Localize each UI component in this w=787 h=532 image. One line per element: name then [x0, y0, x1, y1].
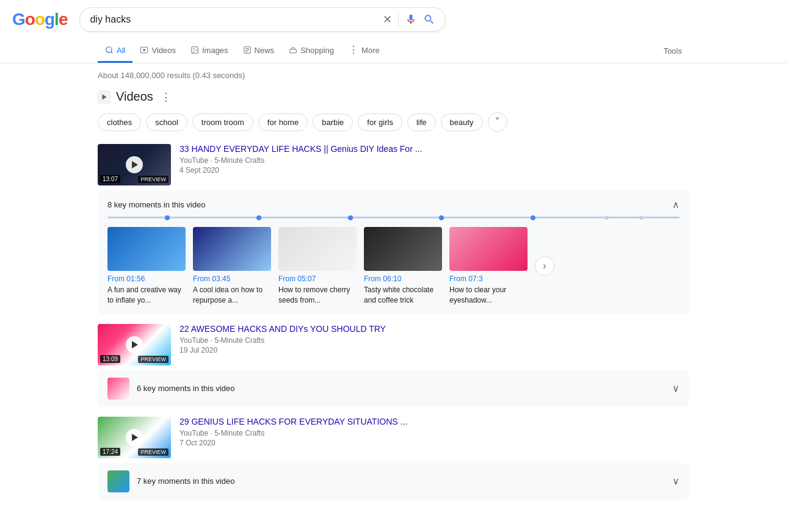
images-icon: [190, 46, 199, 54]
key-moments-thumb-2: [107, 378, 129, 400]
moment-time-1-4: From 06:10: [364, 275, 442, 283]
chevron-up-1: ∧: [672, 199, 680, 210]
moments-next-button-1[interactable]: ›: [535, 256, 554, 276]
key-moments-2[interactable]: 6 key moments in this video ∨: [98, 370, 689, 407]
tab-images[interactable]: Images: [183, 40, 236, 63]
video-info-1: 33 HANDY EVERYDAY LIFE HACKS || Genius D…: [180, 144, 689, 174]
video-info-3: 29 GENIUS LIFE HACKS FOR EVERYDAY SITUAT…: [180, 417, 689, 447]
moment-desc-1-3: How to remove cherry seeds from...: [278, 285, 357, 306]
video-thumb-1[interactable]: 13:07 PREVIEW: [98, 144, 171, 185]
video-title-3[interactable]: 29 GENIUS LIFE HACKS FOR EVERYDAY SITUAT…: [180, 417, 689, 426]
news-icon: [243, 46, 252, 54]
moment-1-2[interactable]: From 03:45 A cool idea on how to repurpo…: [193, 227, 271, 306]
chip-troom-troom[interactable]: troom troom: [192, 113, 253, 131]
mic-button[interactable]: [405, 13, 417, 26]
header: Google ✕: [0, 0, 787, 39]
video-source-1: YouTube · 5-Minute Crafts: [180, 156, 689, 165]
video-title-1[interactable]: 33 HANDY EVERYDAY LIFE HACKS || Genius D…: [180, 144, 689, 154]
timeline-bar-1: [107, 217, 680, 218]
preview-badge-2: PREVIEW: [138, 356, 169, 363]
moment-1-4[interactable]: From 06:10 Tasty white chocolate and cof…: [364, 227, 442, 306]
moment-time-1-5: From 07:3: [449, 275, 528, 283]
videos-section-icon: [98, 90, 111, 104]
play-button-3[interactable]: [126, 429, 143, 446]
search-icons: ✕: [383, 13, 435, 26]
mic-icon: [405, 13, 417, 26]
search-icon: [423, 13, 435, 26]
chip-for-girls[interactable]: for girls: [358, 113, 402, 131]
video-date-1: 4 Sept 2020: [180, 166, 689, 174]
key-moments-label-1: 8 key moments in this video: [107, 200, 205, 209]
chip-for-home[interactable]: for home: [258, 113, 308, 131]
duration-badge-3: 17:24: [100, 448, 120, 456]
chip-expand[interactable]: ˅: [488, 112, 507, 132]
shopping-icon: [289, 46, 297, 54]
duration-badge-1: 13:07: [100, 175, 120, 183]
videos-section-header: Videos ⋮: [98, 90, 689, 104]
key-moments-3[interactable]: 7 key moments in this video ∨: [98, 463, 689, 500]
tab-more-label: More: [361, 46, 380, 55]
video-thumb-3[interactable]: 17:24 PREVIEW: [98, 417, 171, 458]
video-section-play-icon: [101, 93, 108, 101]
key-moments-thumb-3: [107, 470, 129, 492]
videos-section-menu[interactable]: ⋮: [161, 90, 172, 104]
moment-time-1-1: From 01:56: [107, 275, 186, 283]
tab-videos-label: Videos: [151, 46, 176, 55]
chip-clothes[interactable]: clothes: [98, 113, 141, 131]
svg-rect-9: [290, 49, 297, 53]
clear-button[interactable]: ✕: [383, 13, 392, 26]
moment-1-1[interactable]: From 01:56 A fun and creative way to inf…: [107, 227, 186, 306]
key-moments-header-1[interactable]: 8 key moments in this video ∧: [107, 199, 680, 210]
google-logo[interactable]: Google: [12, 10, 67, 29]
tab-news-label: News: [255, 46, 275, 55]
results-area: About 148,000,000 results (0.43 seconds)…: [0, 63, 787, 517]
chevron-down-3: ∨: [672, 475, 680, 487]
video-date-2: 19 Jul 2020: [180, 346, 689, 354]
search-bar-container: ✕: [79, 7, 446, 32]
play-button-2[interactable]: [126, 336, 143, 353]
moment-time-1-2: From 03:45: [193, 275, 271, 283]
tab-images-label: Images: [202, 46, 228, 55]
search-button[interactable]: [423, 13, 435, 26]
moment-desc-1-4: Tasty white chocolate and coffee trick: [364, 285, 442, 306]
video-thumb-2[interactable]: 13:09 PREVIEW: [98, 324, 171, 365]
tab-news[interactable]: News: [236, 40, 282, 63]
search-bar: ✕: [79, 7, 446, 32]
filter-chips: clothes school troom troom for home barb…: [98, 112, 689, 132]
videos-section-title: Videos: [116, 90, 153, 104]
moment-desc-1-2: A cool idea on how to repurpose a...: [193, 285, 271, 306]
tools-button[interactable]: Tools: [656, 40, 689, 62]
svg-point-4: [193, 48, 194, 49]
chip-life[interactable]: life: [407, 113, 436, 131]
moment-time-1-3: From 05:07: [278, 275, 357, 283]
video-date-3: 7 Oct 2020: [180, 439, 689, 447]
tab-all-label: All: [117, 46, 125, 55]
tab-videos[interactable]: Videos: [132, 40, 183, 63]
chip-school[interactable]: school: [146, 113, 187, 131]
moment-1-5[interactable]: From 07:3 How to clear your eyeshadow...: [449, 227, 528, 306]
search-input[interactable]: [90, 14, 377, 25]
moment-1-3[interactable]: From 05:07 How to remove cherry seeds fr…: [278, 227, 357, 306]
video-source-2: YouTube · 5-Minute Crafts: [180, 336, 689, 345]
video-result-1: 13:07 PREVIEW 33 HANDY EVERYDAY LIFE HAC…: [98, 144, 689, 314]
video-result-3: 17:24 PREVIEW 29 GENIUS LIFE HACKS FOR E…: [98, 417, 689, 500]
results-count: About 148,000,000 results (0.43 seconds): [98, 71, 689, 80]
tab-all[interactable]: All: [98, 40, 132, 63]
tab-shopping[interactable]: Shopping: [281, 40, 341, 63]
video-title-2[interactable]: 22 AWESOME HACKS AND DIYs YOU SHOULD TRY: [180, 324, 689, 334]
video-card-2: 13:09 PREVIEW 22 AWESOME HACKS AND DIYs …: [98, 324, 689, 365]
play-button-1[interactable]: [126, 156, 143, 173]
chip-barbie[interactable]: barbie: [313, 113, 353, 131]
duration-badge-2: 13:09: [100, 355, 120, 363]
all-icon: [105, 46, 114, 54]
video-info-2: 22 AWESOME HACKS AND DIYs YOU SHOULD TRY…: [180, 324, 689, 354]
tab-more[interactable]: ⋮ More: [341, 39, 387, 63]
video-card-3: 17:24 PREVIEW 29 GENIUS LIFE HACKS FOR E…: [98, 417, 689, 458]
key-moments-label-3: 7 key moments in this video: [137, 476, 665, 486]
svg-marker-2: [143, 49, 146, 52]
preview-badge-3: PREVIEW: [138, 448, 169, 456]
svg-marker-10: [103, 94, 107, 99]
video-result-2: 13:09 PREVIEW 22 AWESOME HACKS AND DIYs …: [98, 324, 689, 407]
moments-grid-1: From 01:56 A fun and creative way to inf…: [107, 227, 680, 306]
chip-beauty[interactable]: beauty: [441, 113, 483, 131]
